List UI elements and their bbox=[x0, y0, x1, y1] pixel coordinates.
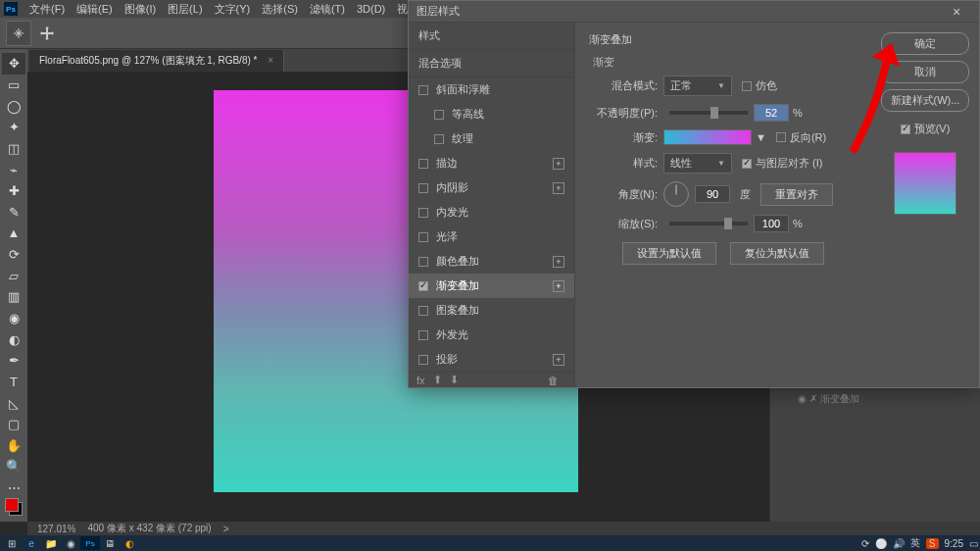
effect-checkbox[interactable] bbox=[418, 281, 428, 291]
start-button[interactable]: ⊞ bbox=[2, 536, 22, 550]
effect-inner-glow[interactable]: 内发光 bbox=[409, 200, 574, 225]
effect-gradient-overlay[interactable]: 渐变叠加+ bbox=[409, 274, 574, 298]
tool-eraser[interactable]: ▱ bbox=[2, 265, 25, 286]
menu-layer[interactable]: 图层(L) bbox=[162, 0, 208, 19]
effect-checkbox[interactable] bbox=[418, 355, 428, 365]
angle-input[interactable]: 90 bbox=[695, 185, 730, 203]
tray-wifi-icon[interactable]: ⚪ bbox=[875, 538, 887, 549]
tool-brush[interactable]: ✎ bbox=[2, 201, 25, 223]
dither-checkbox[interactable] bbox=[742, 81, 752, 91]
effect-contour[interactable]: 等高线 bbox=[409, 102, 574, 126]
add-icon[interactable]: + bbox=[553, 158, 564, 170]
menu-image[interactable]: 图像(I) bbox=[119, 0, 162, 19]
effect-drop-shadow[interactable]: 投影+ bbox=[409, 347, 574, 372]
menu-filter[interactable]: 滤镜(T) bbox=[304, 0, 351, 19]
tool-lasso[interactable]: ◯ bbox=[2, 95, 25, 117]
tray-sound-icon[interactable]: 🔊 bbox=[893, 538, 905, 549]
tray-notif-icon[interactable]: ▭ bbox=[969, 538, 978, 549]
tool-gradient[interactable]: ▥ bbox=[2, 286, 25, 308]
add-icon[interactable]: + bbox=[553, 280, 564, 292]
ok-button[interactable]: 确定 bbox=[881, 32, 969, 55]
tool-hand[interactable]: ✋ bbox=[2, 435, 25, 457]
tool-blur[interactable]: ◉ bbox=[2, 308, 25, 329]
align-checkbox[interactable] bbox=[742, 159, 752, 169]
angle-dial[interactable] bbox=[663, 181, 689, 207]
opacity-input[interactable]: 52 bbox=[754, 104, 789, 122]
dialog-titlebar[interactable]: 图层样式 × bbox=[409, 1, 979, 23]
menu-file[interactable]: 文件(F) bbox=[24, 0, 71, 19]
zoom-level[interactable]: 127.01% bbox=[37, 524, 75, 534]
effect-checkbox[interactable] bbox=[418, 330, 428, 340]
doc-info[interactable]: 400 像素 x 432 像素 (72 ppi) bbox=[87, 522, 211, 535]
effect-pattern-overlay[interactable]: 图案叠加 bbox=[409, 298, 574, 323]
chevron-right-icon[interactable]: > bbox=[223, 524, 229, 534]
menu-3d[interactable]: 3D(D) bbox=[351, 1, 391, 17]
tool-shape[interactable]: ▢ bbox=[2, 414, 25, 435]
reset-align-button[interactable]: 重置对齐 bbox=[760, 183, 833, 206]
tool-marquee[interactable]: ▭ bbox=[2, 75, 25, 96]
tray-net-icon[interactable]: ⟳ bbox=[861, 538, 869, 549]
effect-checkbox[interactable] bbox=[418, 85, 428, 95]
effect-bevel[interactable]: 斜面和浮雕 bbox=[409, 77, 574, 102]
taskbar-chrome-icon[interactable]: ◉ bbox=[61, 536, 80, 550]
effect-checkbox[interactable] bbox=[434, 110, 444, 120]
effect-checkbox[interactable] bbox=[418, 159, 428, 169]
blend-options-header[interactable]: 混合选项 bbox=[409, 50, 574, 77]
tray-lang[interactable]: 英 bbox=[910, 536, 920, 550]
styles-header[interactable]: 样式 bbox=[409, 23, 574, 50]
tray-ime-icon[interactable]: S bbox=[926, 538, 939, 549]
new-style-button[interactable]: 新建样式(W)... bbox=[881, 89, 969, 112]
taskbar-ps-icon[interactable]: Ps bbox=[80, 536, 100, 550]
document-tab[interactable]: FloraFloat605.png @ 127% (图案填充 1, RGB/8)… bbox=[29, 50, 284, 72]
menu-select[interactable]: 选择(S) bbox=[256, 0, 304, 19]
tab-close-icon[interactable]: × bbox=[268, 55, 273, 66]
tool-preset[interactable] bbox=[6, 21, 31, 46]
tray-time[interactable]: 9:25 bbox=[945, 538, 963, 549]
blend-mode-select[interactable]: 正常▼ bbox=[663, 75, 732, 96]
cancel-button[interactable]: 取消 bbox=[881, 61, 969, 83]
move-down-icon[interactable]: ⬇ bbox=[450, 374, 459, 386]
tool-history-brush[interactable]: ⟳ bbox=[2, 244, 25, 266]
menu-edit[interactable]: 编辑(E) bbox=[71, 0, 119, 19]
tool-type[interactable]: T bbox=[2, 372, 25, 393]
dialog-close-button[interactable]: × bbox=[942, 4, 971, 20]
tool-wand[interactable]: ✦ bbox=[2, 117, 25, 138]
scale-input[interactable]: 100 bbox=[754, 215, 789, 232]
reset-default-button[interactable]: 复位为默认值 bbox=[730, 242, 824, 265]
tool-zoom[interactable]: 🔍 bbox=[2, 456, 25, 477]
tool-crop[interactable]: ◫ bbox=[2, 138, 25, 160]
effect-texture[interactable]: 纹理 bbox=[409, 126, 574, 151]
tool-move[interactable]: ✥ bbox=[2, 53, 25, 75]
tool-dodge[interactable]: ◐ bbox=[2, 328, 25, 350]
tool-stamp[interactable]: ▲ bbox=[2, 223, 25, 244]
effect-checkbox[interactable] bbox=[418, 232, 428, 242]
scale-slider[interactable] bbox=[669, 222, 748, 225]
tool-path[interactable]: ◺ bbox=[2, 392, 25, 414]
tool-eyedropper[interactable]: ⌁ bbox=[2, 159, 25, 180]
move-up-icon[interactable]: ⬆ bbox=[433, 374, 442, 386]
add-icon[interactable]: + bbox=[553, 354, 564, 366]
taskbar-folder-icon[interactable]: 📁 bbox=[41, 536, 61, 550]
taskbar-app2-icon[interactable]: ◐ bbox=[120, 536, 139, 550]
fx-menu-icon[interactable]: fx bbox=[416, 375, 425, 386]
trash-icon[interactable]: 🗑 bbox=[548, 375, 559, 386]
fg-color-swatch[interactable] bbox=[5, 498, 19, 512]
tool-pen[interactable]: ✒ bbox=[2, 350, 25, 372]
preview-checkbox[interactable] bbox=[901, 125, 910, 134]
add-icon[interactable]: + bbox=[553, 182, 564, 194]
effect-checkbox[interactable] bbox=[418, 306, 428, 316]
effect-checkbox[interactable] bbox=[418, 183, 428, 193]
effect-satin[interactable]: 光泽 bbox=[409, 225, 574, 249]
style-select[interactable]: 线性▼ bbox=[663, 153, 732, 174]
effect-checkbox[interactable] bbox=[418, 257, 428, 267]
tool-heal[interactable]: ✚ bbox=[2, 180, 25, 202]
effect-checkbox[interactable] bbox=[434, 134, 444, 144]
make-default-button[interactable]: 设置为默认值 bbox=[622, 242, 716, 265]
reverse-checkbox[interactable] bbox=[776, 132, 786, 142]
effect-checkbox[interactable] bbox=[418, 208, 428, 218]
menu-type[interactable]: 文字(Y) bbox=[209, 0, 257, 19]
tool-more[interactable]: ⋯ bbox=[2, 477, 25, 499]
effect-inner-shadow[interactable]: 内阴影+ bbox=[409, 175, 574, 200]
effect-outer-glow[interactable]: 外发光 bbox=[409, 323, 574, 347]
gradient-swatch[interactable] bbox=[663, 129, 752, 145]
